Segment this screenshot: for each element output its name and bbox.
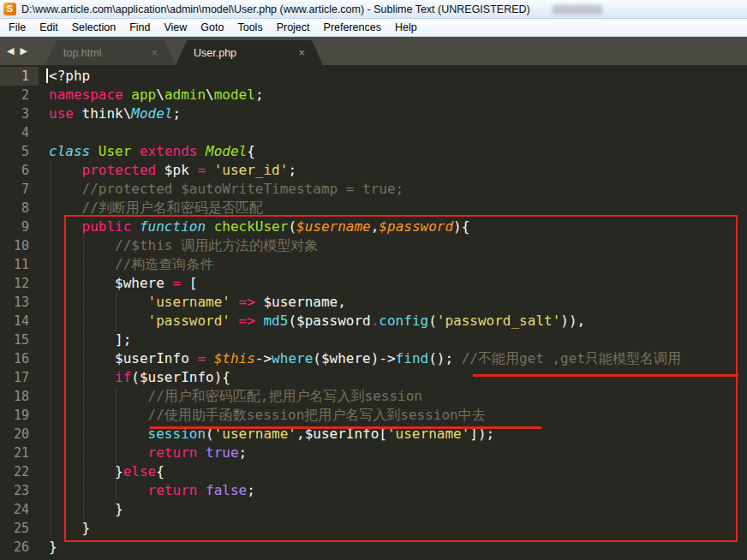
- tab-label: User.php: [194, 47, 236, 59]
- token: <?php: [49, 68, 90, 84]
- token: $password: [379, 218, 453, 235]
- code-line-5[interactable]: class User extends Model{: [49, 142, 747, 161]
- token: namespace: [49, 86, 123, 103]
- token: [49, 162, 82, 178]
- menu-project[interactable]: Project: [270, 21, 317, 33]
- token: [90, 143, 99, 159]
- censored-overlay: [553, 5, 602, 15]
- token: $this: [214, 350, 255, 366]
- token: //使用助手函数session把用户名写入到session中去: [148, 407, 486, 423]
- menu-selection[interactable]: Selection: [65, 21, 123, 33]
- token: return: [148, 444, 198, 461]
- token: ];: [49, 331, 131, 348]
- code-line-19[interactable]: //使用助手函数session把用户名写入到session中去: [49, 406, 747, 425]
- token: ->: [255, 350, 272, 366]
- token: ;: [255, 86, 264, 103]
- token: $username: [296, 218, 371, 235]
- token: \: [156, 86, 164, 103]
- menu-preferences[interactable]: Preferences: [317, 21, 388, 33]
- window-title: D:\www.article.com\application\admin\mod…: [21, 3, 530, 15]
- token: ;: [239, 444, 248, 461]
- code-line-15[interactable]: ];: [49, 331, 747, 349]
- code-line-6[interactable]: protected $pk = 'user_id';: [49, 161, 747, 180]
- code-line-12[interactable]: $where = [: [49, 274, 747, 293]
- line-number: 10: [0, 236, 39, 255]
- token: [131, 218, 140, 235]
- token: [49, 218, 82, 235]
- token: [131, 143, 140, 159]
- token: protected: [82, 162, 157, 178]
- code-line-24[interactable]: }: [49, 500, 747, 519]
- menu-goto[interactable]: Goto: [194, 21, 230, 33]
- code-line-17[interactable]: if($userInfo){: [49, 368, 747, 387]
- token: }: [49, 539, 57, 555]
- line-number: 13: [0, 293, 39, 312]
- token: //$this 调用此方法的模型对象: [115, 237, 318, 253]
- token: \: [206, 86, 214, 103]
- code-line-25[interactable]: }: [49, 519, 747, 538]
- token: [49, 237, 115, 253]
- sublime-window: S D:\www.article.com\application\admin\m…: [0, 0, 747, 560]
- code-editor[interactable]: 1234567891011121314151617181920212223242…: [0, 65, 747, 560]
- token: =>: [239, 313, 255, 329]
- token: User: [99, 143, 132, 159]
- token: 'username': [148, 294, 230, 310]
- code-line-22[interactable]: }else{: [49, 462, 747, 481]
- code-line-16[interactable]: $userInfo = $this->where($where)->find()…: [49, 349, 747, 368]
- token: =: [197, 350, 206, 366]
- menu-edit[interactable]: Edit: [33, 21, 65, 33]
- sublime-logo-icon: S: [3, 3, 16, 15]
- code-line-13[interactable]: 'username' => $username,: [49, 293, 747, 312]
- tab-scroll-left-icon[interactable]: ◀: [7, 46, 14, 56]
- token: (: [206, 426, 214, 442]
- code-line-3[interactable]: use think\Model;: [49, 104, 747, 123]
- code-line-14[interactable]: 'password' => md5($password.config('pass…: [49, 312, 747, 331]
- token: 'username': [387, 426, 469, 442]
- line-number: 11: [0, 255, 39, 274]
- code-line-26[interactable]: }: [49, 538, 747, 557]
- code-line-23[interactable]: return false;: [49, 481, 747, 500]
- tab-scroll-right-icon[interactable]: ▶: [20, 46, 27, 56]
- token: ]);: [469, 426, 494, 442]
- token: 'password_salt': [437, 313, 561, 329]
- code-line-1[interactable]: <?php: [49, 67, 747, 86]
- tab-close-icon[interactable]: ×: [298, 47, 305, 58]
- tab-close-icon[interactable]: ×: [151, 47, 158, 58]
- token: ){: [453, 218, 469, 235]
- code-line-18[interactable]: //用户和密码匹配,把用户名写入到session: [49, 387, 747, 406]
- code-line-21[interactable]: return true;: [49, 444, 747, 462]
- token: Model: [206, 143, 247, 159]
- code-line-20[interactable]: session('username',$userInfo['username']…: [49, 425, 747, 444]
- token: [49, 444, 148, 461]
- code-area[interactable]: <?phpnamespace app\admin\model;use think…: [49, 67, 747, 557]
- tab-top.html[interactable]: top.html×: [45, 40, 176, 65]
- token: =>: [239, 294, 255, 310]
- token: app: [131, 86, 156, 103]
- menu-help[interactable]: Help: [388, 21, 424, 33]
- token: checkUser: [214, 218, 289, 235]
- token: [49, 294, 148, 310]
- tab-bar: ◀ ▶ top.html×User.php×: [0, 37, 747, 65]
- code-line-4[interactable]: [49, 123, 747, 142]
- code-line-8[interactable]: //判断用户名和密码是否匹配: [49, 199, 747, 217]
- token: }: [49, 520, 90, 536]
- token: 'password': [148, 313, 230, 329]
- menu-view[interactable]: View: [157, 21, 194, 33]
- menu-file[interactable]: File: [2, 21, 33, 33]
- code-line-10[interactable]: //$this 调用此方法的模型对象: [49, 236, 747, 255]
- code-line-11[interactable]: //构造查询条件: [49, 255, 747, 274]
- token: (: [288, 218, 296, 235]
- token: ,: [371, 218, 379, 235]
- token: (: [428, 313, 437, 329]
- code-line-9[interactable]: public function checkUser($username,$pas…: [49, 217, 747, 236]
- code-line-7[interactable]: //protected $autoWriteTimestamp = true;: [49, 180, 747, 199]
- token: false: [206, 482, 247, 498]
- code-line-2[interactable]: namespace app\admin\model;: [49, 86, 747, 104]
- menu-tools[interactable]: Tools: [230, 21, 269, 33]
- line-number: 8: [0, 199, 39, 217]
- tab-user.php[interactable]: User.php×: [176, 40, 323, 65]
- menu-find[interactable]: Find: [123, 21, 157, 33]
- indent-guide: [116, 293, 117, 331]
- token: [197, 143, 206, 159]
- token: //构造查询条件: [115, 256, 213, 272]
